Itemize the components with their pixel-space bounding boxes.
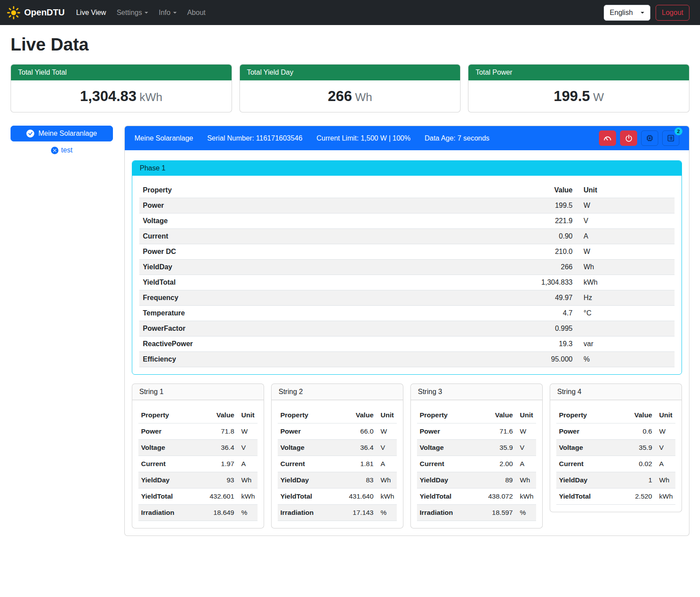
- inverter-info-button[interactable]: [641, 130, 658, 146]
- property-cell: Current: [556, 456, 617, 472]
- phase-table: Property Value Unit Power199.5WVoltage22…: [139, 183, 675, 367]
- column-header-value: Value: [519, 183, 576, 198]
- unit-cell: V: [576, 213, 675, 229]
- unit-cell: A: [655, 456, 675, 472]
- value-cell: 210.0: [519, 244, 576, 260]
- inverter-item-test[interactable]: test: [11, 146, 113, 154]
- value-cell: 1.81: [333, 456, 376, 472]
- inverter-serial: Serial Number: 116171603546: [207, 134, 302, 142]
- unit-cell: %: [376, 505, 397, 521]
- logout-button[interactable]: Logout: [656, 5, 689, 21]
- phase-card: Phase 1 Property Value Unit Power199.5WV…: [132, 160, 682, 375]
- property-cell: Voltage: [138, 440, 194, 456]
- property-cell: YieldDay: [139, 260, 519, 275]
- x-circle-icon: [51, 147, 58, 154]
- property-cell: Power: [138, 423, 194, 440]
- nav-links: Live View Settings Info About: [71, 5, 211, 20]
- string-card-2: String 2 Property Value Unit: [271, 384, 403, 528]
- inverter-select-button[interactable]: Meine Solaranlage: [11, 126, 113, 141]
- unit-cell: W: [237, 423, 258, 440]
- value-cell: 36.4: [333, 440, 376, 456]
- nav-item-label: Live View: [76, 9, 106, 16]
- table-row: Efficiency95.000%: [139, 352, 675, 367]
- table-row: Voltage35.9V: [556, 440, 675, 456]
- power-button[interactable]: [620, 130, 637, 146]
- value-cell: 0.90: [519, 229, 576, 244]
- property-cell: ReactivePower: [139, 336, 519, 352]
- table-header-row: Property Value Unit: [139, 183, 675, 198]
- table-row: Power71.8W: [138, 423, 258, 440]
- unit-cell: W: [655, 423, 675, 440]
- table-row: Irradiation18.597%: [417, 505, 536, 521]
- property-cell: Voltage: [139, 213, 519, 229]
- nav-item-label: About: [187, 9, 206, 16]
- property-cell: Irradiation: [138, 505, 194, 521]
- string-table-body-1: Power66.0WVoltage36.4VCurrent1.81AYieldD…: [278, 423, 397, 521]
- unit-cell: kWh: [655, 488, 675, 505]
- page-title: Live Data: [11, 35, 689, 54]
- property-cell: YieldTotal: [278, 488, 333, 505]
- column-header-unit: Unit: [655, 407, 675, 423]
- value-cell: 49.97: [519, 290, 576, 306]
- unit-cell: W: [576, 198, 675, 213]
- nav-item-info[interactable]: Info: [155, 5, 181, 20]
- nav-item-live-view[interactable]: Live View: [72, 5, 110, 20]
- unit-cell: Wh: [376, 472, 397, 488]
- string-card-4: String 4 Property Value Unit: [550, 384, 682, 512]
- value-cell: 221.9: [519, 213, 576, 229]
- limit-settings-button[interactable]: [599, 130, 616, 146]
- language-select-value: English: [610, 9, 633, 17]
- value-cell: 1.97: [194, 456, 237, 472]
- property-cell: YieldDay: [417, 472, 472, 488]
- column-header-property: Property: [417, 407, 472, 423]
- table-row: YieldDay266Wh: [139, 260, 675, 275]
- table-header-row: Property Value Unit: [417, 407, 536, 423]
- column-header-value: Value: [333, 407, 376, 423]
- table-row: YieldDay83Wh: [278, 472, 397, 488]
- unit-cell: %: [237, 505, 258, 521]
- table-header-row: Property Value Unit: [278, 407, 397, 423]
- summary-card-value: 1,304.83: [80, 88, 136, 104]
- table-row: Power66.0W: [278, 423, 397, 440]
- summary-cards: Total Yield Total 1,304.83kWh Total Yiel…: [11, 64, 689, 112]
- string-table-body-2: Power71.6WVoltage35.9VCurrent2.00AYieldD…: [417, 423, 536, 521]
- summary-card-total-power: Total Power 199.5W: [468, 64, 689, 112]
- column-header-value: Value: [194, 407, 237, 423]
- chevron-down-icon: [173, 12, 177, 14]
- phase-card-title: Phase 1: [132, 161, 682, 176]
- value-cell: 83: [333, 472, 376, 488]
- table-row: Current1.97A: [138, 456, 258, 472]
- summary-card-unit: W: [593, 90, 604, 104]
- value-cell: 18.649: [194, 505, 237, 521]
- table-row: Frequency49.97Hz: [139, 290, 675, 306]
- event-log-button[interactable]: 2: [662, 130, 679, 146]
- table-row: Voltage35.9V: [417, 440, 536, 456]
- nav-item-about[interactable]: About: [183, 5, 210, 20]
- string-table: Property Value Unit Power71.6WVoltage35.…: [417, 407, 536, 521]
- language-select[interactable]: English: [604, 5, 650, 21]
- cpu-icon: [646, 134, 654, 142]
- value-cell: 266: [519, 260, 576, 275]
- table-row: Irradiation17.143%: [278, 505, 397, 521]
- property-cell: YieldTotal: [556, 488, 617, 505]
- inverter-data-age: Data Age: 7 seconds: [424, 134, 490, 142]
- table-row: Current0.02A: [556, 456, 675, 472]
- inverter-limit: Current Limit: 1,500 W | 100%: [316, 134, 410, 142]
- chevron-down-icon: [145, 12, 148, 14]
- table-row: YieldTotal431.640kWh: [278, 488, 397, 505]
- property-cell: Current: [417, 456, 472, 472]
- unit-cell: A: [576, 229, 675, 244]
- unit-cell: A: [515, 456, 536, 472]
- property-cell: YieldTotal: [138, 488, 194, 505]
- brand[interactable]: OpenDTU: [7, 6, 65, 19]
- nav-item-settings[interactable]: Settings: [112, 5, 152, 20]
- value-cell: 2.520: [617, 488, 655, 505]
- property-cell: Power: [139, 198, 519, 213]
- summary-card-total-yield-total: Total Yield Total 1,304.83kWh: [11, 64, 232, 112]
- column-header-value: Value: [472, 407, 515, 423]
- column-header-unit: Unit: [237, 407, 258, 423]
- value-cell: 1: [617, 472, 655, 488]
- table-row: YieldTotal438.072kWh: [417, 488, 536, 505]
- column-header-property: Property: [556, 407, 617, 423]
- summary-card-value: 266: [328, 88, 352, 104]
